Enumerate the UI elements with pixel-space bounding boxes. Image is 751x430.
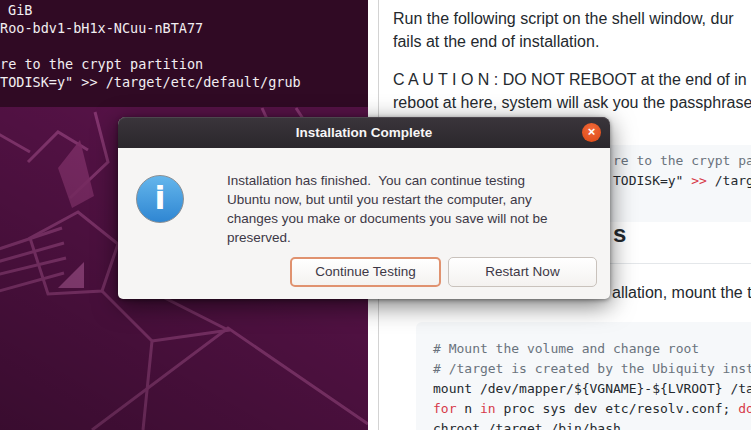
paragraph-mount-fragment: allation, mount the tar: [612, 281, 751, 304]
close-button[interactable]: ×: [582, 123, 601, 142]
redirect-operator: >>: [691, 173, 707, 188]
dialog-message-line3: changes you make or documents you save w…: [227, 209, 547, 228]
paragraph-run-script-line2: fails at the end of installation.: [393, 30, 599, 53]
code-for-loop: for n in proc sys dev etc/resolv.conf; d…: [433, 399, 751, 419]
code-grub-command-fragment: TODISK=y" >> /targe: [613, 171, 751, 191]
keyword-for: for: [433, 401, 456, 416]
code-text: /targe: [707, 173, 751, 188]
code-text: proc sys dev etc/resolv.conf;: [496, 401, 739, 416]
continue-testing-button[interactable]: Continue Testing: [290, 257, 441, 287]
terminal-window[interactable]: GiB Roo-bdv1-bH1x-NCuu-nBTA77 re to the …: [0, 0, 368, 107]
code-mount-comment2: # /target is created by the Ubiquity ins…: [433, 359, 751, 379]
terminal-line: GiB: [8, 1, 32, 19]
keyword-do: do: [738, 401, 751, 416]
keyword-in: in: [480, 401, 496, 416]
terminal-line: TODISK=y" >> /target/etc/default/grub: [0, 73, 301, 91]
close-icon: ×: [588, 124, 596, 139]
section-heading-fragment: s: [613, 220, 626, 248]
restart-now-button[interactable]: Restart Now: [448, 257, 597, 287]
code-mount-command: mount /dev/mapper/${VGNAME}-${LVROOT} /t…: [433, 379, 751, 399]
code-text: n: [456, 401, 479, 416]
paragraph-run-script-line1: Run the following script on the shell wi…: [393, 7, 734, 30]
dialog-message-line1: Installation has finished. You can conti…: [227, 171, 525, 190]
code-mount-comment1: # Mount the volume and change root: [433, 339, 699, 359]
dialog-message-line2: Ubuntu now, but until you restart the co…: [227, 190, 532, 209]
info-icon: i: [136, 175, 184, 223]
code-text: TODISK=y": [613, 173, 691, 188]
terminal-line: Roo-bdv1-bH1x-NCuu-nBTA77: [0, 19, 203, 37]
code-grub-comment-fragment: re to the crypt par: [613, 151, 751, 171]
paragraph-caution-line2: reboot at here, system will ask you the …: [393, 91, 751, 114]
screen: Run the following script on the shell wi…: [0, 0, 751, 430]
terminal-line: re to the crypt partition: [0, 55, 203, 73]
paragraph-caution-line1: C A U T I O N : DO NOT REBOOT at the end…: [393, 68, 747, 91]
info-icon-glyph: i: [155, 179, 166, 217]
dialog-message-line4: preserved.: [227, 228, 291, 247]
code-chroot-command: chroot /target /bin/bash: [433, 419, 621, 430]
dialog-title: Installation Complete: [118, 117, 610, 148]
dialog-titlebar[interactable]: Installation Complete ×: [118, 117, 610, 148]
installation-complete-dialog: Installation Complete × i Installation h…: [118, 117, 610, 299]
